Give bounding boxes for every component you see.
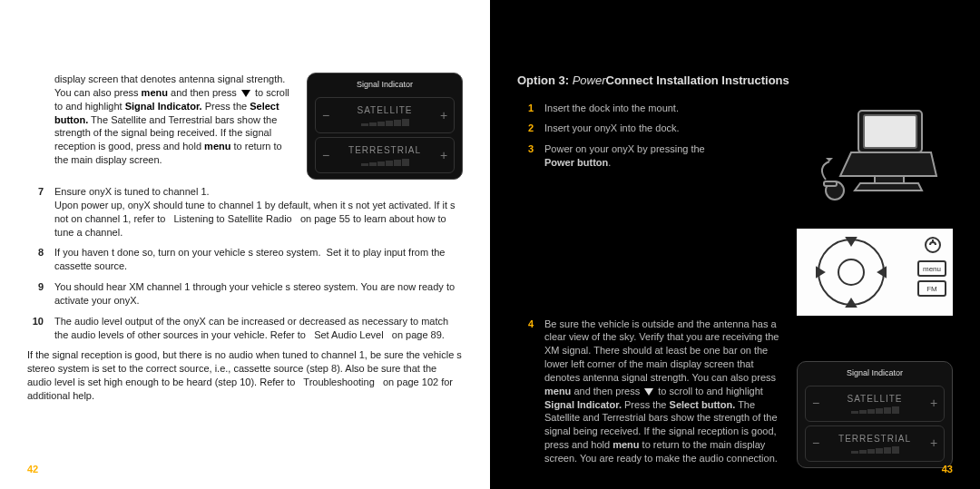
list-item: 10 The audio level output of the onyX ca… [27, 315, 463, 342]
list-item: 8 If you haven t done so, turn on your v… [27, 246, 463, 273]
signal-indicator-screen: Signal Indicator − SATELLITE + − TERREST… [307, 73, 463, 180]
plus-icon: + [927, 435, 940, 452]
signal-title: Signal Indicator [805, 367, 945, 378]
satellite-row: − SATELLITE + [805, 386, 945, 422]
plus-icon: + [927, 395, 940, 412]
list-number: 9 [27, 280, 44, 308]
satellite-bars [361, 119, 409, 126]
list-item: 3 Power on your onyX by pressing the Pow… [517, 142, 786, 170]
heading-italic: Power [573, 73, 606, 87]
list-number: 3 [517, 142, 534, 170]
terrestrial-label: TERRESTRIAL [838, 433, 911, 445]
list-item: 2 Insert your onyX into the dock. [517, 122, 786, 135]
list-item: display screen that denotes antenna sign… [27, 73, 298, 167]
satellite-bars [851, 406, 899, 414]
list-text: Insert your onyX into the dock. [544, 122, 730, 135]
list-text: You should hear XM channel 1 through you… [54, 280, 463, 308]
page-number-left: 42 [27, 463, 38, 476]
signal-indicator-screen: Signal Indicator − SATELLITE + − TERREST… [797, 361, 953, 468]
list-number [27, 73, 44, 167]
list-item: 9 You should hear XM channel 1 through y… [27, 280, 463, 308]
list-number: 1 [517, 102, 534, 115]
svg-rect-1 [864, 115, 916, 148]
option3-heading: Option 3: PowerConnect Installation Inst… [517, 73, 953, 89]
terrestrial-row: − TERRESTRIAL + [805, 425, 945, 462]
radio-illustration: menu FM [797, 229, 953, 316]
satellite-row: − SATELLITE + [315, 97, 455, 133]
list-number: 4 [517, 318, 534, 465]
menu-button-label: menu [923, 265, 941, 273]
minus-icon: − [319, 107, 332, 124]
dock-illustration [797, 102, 953, 229]
list-text: Insert the dock into the mount. [544, 102, 730, 115]
terrestrial-bars [361, 159, 409, 166]
plus-icon: + [437, 147, 450, 164]
signal-indicator-left: Signal Indicator − SATELLITE + − TERREST… [307, 73, 463, 180]
minus-icon: − [809, 435, 822, 452]
svg-rect-4 [824, 181, 837, 186]
satellite-label: SATELLITE [357, 104, 412, 117]
terrestrial-row: − TERRESTRIAL + [315, 137, 455, 173]
list-text: Be sure the vehicle is outside and the a… [544, 318, 786, 465]
left-para: If the signal reception is good, but the… [27, 348, 463, 402]
list-number: 7 [27, 185, 44, 239]
minus-icon: − [319, 147, 332, 164]
right-content: menu FM 1 Insert the dock into the mount… [517, 102, 953, 473]
fm-button-label: FM [926, 285, 937, 293]
plus-icon: + [437, 107, 450, 124]
heading-bold: Connect Installation Instructions [606, 73, 789, 87]
page-right: Option 3: PowerConnect Installation Inst… [490, 0, 980, 489]
list-item: 7 Ensure onyX is tuned to channel 1.Upon… [27, 185, 463, 239]
page-number-right: 43 [942, 463, 953, 476]
terrestrial-label: TERRESTRIAL [348, 144, 421, 157]
list-text: Ensure onyX is tuned to channel 1.Upon p… [54, 185, 463, 239]
page-left: Signal Indicator − SATELLITE + − TERREST… [0, 0, 490, 489]
list-item: 4 Be sure the vehicle is outside and the… [517, 318, 786, 465]
signal-title: Signal Indicator [315, 79, 455, 90]
svg-rect-2 [875, 176, 904, 183]
satellite-label: SATELLITE [847, 393, 902, 406]
list-number: 10 [27, 315, 44, 342]
heading-prefix: Option 3: [517, 73, 569, 87]
terrestrial-bars [851, 446, 899, 454]
right-illustrations: menu FM [797, 102, 953, 316]
list-number: 8 [27, 246, 44, 273]
signal-indicator-right-wrap: Signal Indicator − SATELLITE + − TERREST… [797, 361, 953, 468]
list-text: display screen that denotes antenna sign… [54, 73, 298, 167]
list-text: The audio level output of the onyX can b… [54, 315, 463, 342]
list-text: If you haven t done so, turn on your veh… [54, 246, 463, 273]
list-text: Power on your onyX by pressing the Power… [544, 142, 730, 170]
list-item: 1 Insert the dock into the mount. [517, 102, 786, 115]
minus-icon: − [809, 395, 822, 412]
list-number: 2 [517, 122, 534, 135]
